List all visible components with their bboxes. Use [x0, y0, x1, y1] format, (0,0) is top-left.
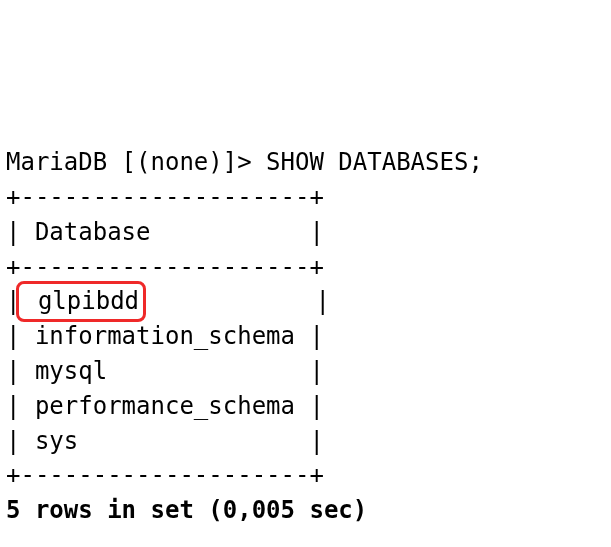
- result-summary: 5 rows in set (0,005 sec): [6, 496, 367, 524]
- table-top-border: +--------------------+: [6, 183, 324, 211]
- highlight-box: glpibdd: [16, 281, 146, 322]
- sql-command: SHOW DATABASES;: [266, 148, 483, 176]
- prompt-prefix: MariaDB [(none)]>: [6, 148, 266, 176]
- prompt-line: MariaDB [(none)]> SHOW DATABASES;: [6, 148, 483, 176]
- db-name: mysql: [20, 357, 309, 385]
- table-row: | glpibdd |: [6, 287, 330, 315]
- db-name: sys: [20, 427, 309, 455]
- db-name: information_schema: [20, 322, 309, 350]
- table-row: | sys |: [6, 427, 324, 455]
- db-name: glpibdd: [23, 287, 139, 315]
- terminal-output: MariaDB [(none)]> SHOW DATABASES; +-----…: [6, 145, 605, 547]
- db-name: performance_schema: [20, 392, 309, 420]
- table-row: | information_schema |: [6, 322, 324, 350]
- table-bottom-border: +--------------------+: [6, 461, 324, 489]
- table-header: | Database |: [6, 218, 324, 246]
- table-header-sep: +--------------------+: [6, 253, 324, 281]
- table-row: | mysql |: [6, 357, 324, 385]
- table-row: | performance_schema |: [6, 392, 324, 420]
